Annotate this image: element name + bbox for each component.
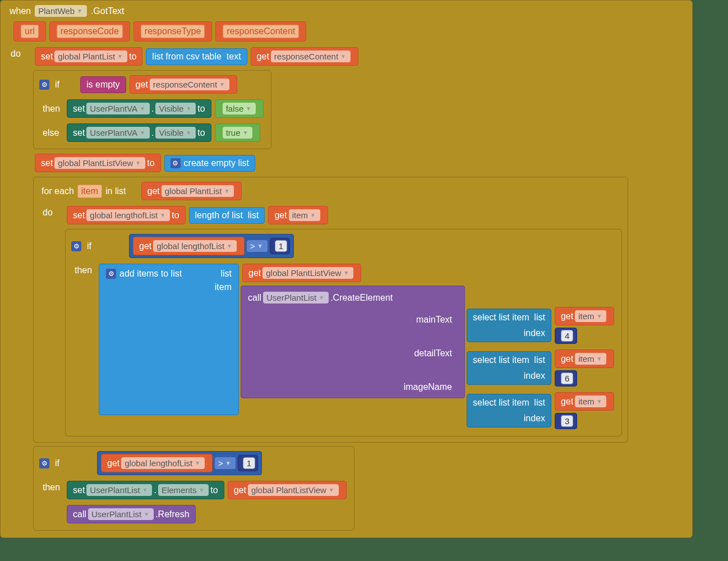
param-url[interactable]: url xyxy=(13,21,46,42)
get-plantlistview[interactable]: get global PlantListView▼ xyxy=(242,264,361,282)
if-empty-block[interactable]: if is empty get responseContent▼ then se… xyxy=(33,70,271,149)
gear-icon[interactable] xyxy=(171,158,181,168)
true-block[interactable]: true▼ xyxy=(215,123,261,142)
call-createelement[interactable]: call UserPlantList▼ .CreateElement mainT… xyxy=(241,286,465,398)
inner-if-block[interactable]: if get global lengthofList▼ >▼ 1 xyxy=(65,229,622,436)
get-item[interactable]: get item▼ xyxy=(268,206,328,224)
select-item-maintext[interactable]: select list item list index xyxy=(467,309,551,342)
final-if-block[interactable]: if get global lengthofList▼ >▼ 1 then xyxy=(33,446,354,531)
compare-block2[interactable]: get global lengthofList▼ >▼ 1 xyxy=(97,451,262,475)
call-refresh-row[interactable]: call UserPlantList▼ .Refresh xyxy=(65,504,197,525)
gt-operator[interactable]: >▼ xyxy=(246,240,268,252)
event-block[interactable]: when PlantWeb▼ .GotText url responseCode… xyxy=(0,0,693,538)
set-plantlist-row[interactable]: set global PlantList▼ to list from csv t… xyxy=(33,46,360,67)
set-visible-true[interactable]: set UserPlantVA▼ . Visible▼ to xyxy=(67,123,211,142)
set-elements-row[interactable]: set UserPlantList▼ . Elements▼ to get gl… xyxy=(65,480,348,500)
component-dropdown[interactable]: PlantWeb▼ xyxy=(35,5,87,17)
param-responseCode[interactable]: responseCode xyxy=(49,21,130,42)
loop-var[interactable]: item xyxy=(77,185,102,198)
create-empty-list[interactable]: create empty list xyxy=(164,155,255,172)
add-items-block[interactable]: add items to list list item xyxy=(99,264,239,415)
do-label: do xyxy=(7,46,33,62)
params-row: url responseCode responseType responseCo… xyxy=(7,20,685,43)
set-plantlistview-row[interactable]: set global PlantListView▼ to create empt… xyxy=(33,153,257,173)
event-name: .GotText xyxy=(89,6,127,16)
select-item-imagename[interactable]: select list item list index xyxy=(467,394,551,427)
event-header: when PlantWeb▼ .GotText xyxy=(7,5,685,17)
compare-block[interactable]: get global lengthofList▼ >▼ 1 xyxy=(129,234,294,258)
csv-block[interactable]: list from csv table text xyxy=(146,48,247,65)
gear-icon[interactable] xyxy=(39,458,49,468)
param-responseType[interactable]: responseType xyxy=(133,21,213,42)
false-block[interactable]: false▼ xyxy=(215,99,264,118)
gt-operator[interactable]: >▼ xyxy=(214,457,236,470)
select-item-detailtext[interactable]: select list item list index xyxy=(467,351,551,385)
get-responseContent2[interactable]: get responseContent▼ xyxy=(130,75,237,94)
foreach-block[interactable]: for each item in list get global PlantLi… xyxy=(33,177,628,443)
param-responseContent[interactable]: responseContent xyxy=(215,21,306,42)
component-userplantlist[interactable]: UserPlantList▼ xyxy=(263,292,329,304)
get-responseContent[interactable]: get responseContent▼ xyxy=(251,47,358,66)
set-visible-false[interactable]: set UserPlantVA▼ . Visible▼ to xyxy=(67,99,211,118)
length-of-list[interactable]: length of list list xyxy=(189,207,265,224)
set-block[interactable]: set global PlantList▼ to xyxy=(35,47,142,66)
gear-icon[interactable] xyxy=(71,241,81,251)
gear-icon[interactable] xyxy=(39,80,49,90)
var-plantlist[interactable]: global PlantList▼ xyxy=(54,50,127,62)
gear-icon[interactable] xyxy=(106,269,116,279)
get-plantlist[interactable]: get global PlantList▼ xyxy=(141,182,242,200)
isempty-block[interactable]: is empty xyxy=(80,76,126,93)
when-label: when xyxy=(7,6,33,16)
set-length-row[interactable]: set global lengthofList▼ to length of li… xyxy=(65,205,330,226)
